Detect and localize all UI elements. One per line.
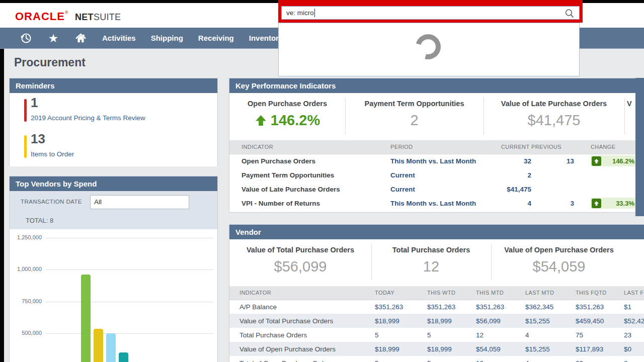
vendor-tile-value: $54,059 [491, 258, 627, 275]
reminders-body: 1 2019 Account Pricing & Terms Review 13… [10, 93, 217, 166]
change-percent: 33.3% [601, 200, 634, 207]
vendor-value: $54,059 [476, 342, 525, 356]
oracle-wordmark: ORACLE [15, 10, 65, 23]
reminder-severity-bar [24, 99, 27, 122]
vendor-value: 12 [476, 328, 525, 342]
letterbox-strip-left [0, 49, 4, 362]
col-change[interactable]: CHANGE [574, 140, 637, 154]
vendor-spend-bar[interactable] [94, 329, 103, 362]
y-axis-tick-label: 1,000,000 [12, 266, 42, 272]
table-row[interactable]: Value of Total Purchase Orders $18,999 $… [229, 314, 644, 328]
kpi-period: This Month vs. Last Month [390, 196, 501, 210]
nav-item-activities[interactable]: Activities [102, 34, 136, 42]
vendor-header[interactable]: Vendor [229, 225, 644, 239]
vendor-table: INDICATOR TODAY THIS WTD THIS MTD LAST M… [229, 286, 644, 362]
reminder-count: 1 [31, 95, 38, 111]
search-highlight-box: ve: micro [278, 0, 583, 23]
col-period[interactable]: PERIOD [390, 140, 501, 154]
vendor-tile-label: Total Purchase Orders [371, 246, 491, 254]
kpi-current: 32 [501, 154, 531, 168]
col-last-mtd[interactable]: LAST MTD [525, 286, 576, 300]
table-row[interactable]: Value of Open Purchase Orders $18,999 $1… [229, 342, 644, 356]
kpi-tile-label: Value of Late Purchase Orders [484, 100, 624, 108]
vendor-value: 5 [375, 356, 427, 362]
up-arrow-icon [592, 199, 601, 208]
kpi-header[interactable]: Key Performance Indicators [229, 78, 644, 93]
kpi-period: Current [390, 168, 501, 182]
col-indicator[interactable]: INDICATOR [229, 286, 375, 300]
vendor-tile-total-po[interactable]: Total Purchase Orders 12 [371, 239, 491, 286]
vendor-tile-value: 12 [371, 258, 491, 275]
kpi-tile-value: 2 [345, 112, 484, 129]
table-row[interactable]: A/P Balance $351,263 $351,263 $351,263 $… [229, 300, 644, 314]
kpi-current: $41,475 [501, 182, 531, 196]
col-this-wtd[interactable]: THIS WTD [427, 286, 476, 300]
vendor-spend-bar[interactable] [81, 275, 91, 362]
vendor-value: 29 [576, 356, 624, 362]
col-previous[interactable]: PREVIOUS [531, 140, 574, 154]
global-search-input[interactable]: ve: micro [281, 6, 580, 20]
reminders-portlet: Reminders 1 2019 Account Pricing & Terms… [9, 78, 218, 166]
table-row[interactable]: Total Purchase Orders 5 5 12 4 75 23 [229, 328, 644, 342]
netsuite-dashboard: ORACLE® NETSUITE ★ Activities Shipping R… [0, 0, 644, 362]
up-arrow-icon [255, 114, 267, 127]
chart-total-label: TOTAL: 8 [26, 217, 53, 224]
chart-gridline [46, 269, 213, 270]
kpi-tile-payment-term-opportunities[interactable]: Payment Term Opportunities 2 [345, 93, 484, 140]
reminder-severity-bar [24, 135, 27, 158]
vendor-spend-bar[interactable] [106, 333, 116, 362]
vendor-value: 75 [576, 328, 624, 342]
vendor-tile-value-open-po[interactable]: Value of Open Purchase Orders $54,059 [491, 239, 627, 286]
reminders-header[interactable]: Reminders [10, 78, 217, 93]
kpi-tile-value-late-purchase-orders[interactable]: Value of Late Purchase Orders $41,475 [484, 93, 624, 140]
vendor-value: $351,263 [476, 300, 525, 314]
vendor-tile-value-total-po[interactable]: Value of Total Purchase Orders $56,099 [229, 239, 371, 286]
vendor-table-header-row: INDICATOR TODAY THIS WTD THIS MTD LAST M… [229, 286, 644, 300]
up-arrow-icon [592, 156, 601, 166]
text-caret [314, 9, 315, 17]
vendor-indicator: Value of Total Purchase Orders [229, 314, 375, 328]
col-current[interactable]: CURRENT [501, 140, 531, 154]
vendor-indicator: Total of Open Purchase Orders [229, 356, 375, 362]
nav-item-shipping[interactable]: Shipping [151, 34, 183, 42]
shortcuts-star-icon[interactable]: ★ [47, 32, 60, 45]
table-row[interactable]: Open Purchase Orders This Month vs. Last… [229, 154, 637, 168]
top-vendors-header[interactable]: Top Vendors by Spend [10, 176, 217, 191]
kpi-table-header-row: INDICATOR PERIOD CURRENT PREVIOUS CHANGE [229, 140, 637, 154]
kpi-previous [531, 182, 574, 196]
kpi-period: Current [390, 182, 501, 196]
table-row[interactable]: VPI - Number of Returns This Month vs. L… [229, 196, 637, 210]
page-title: Procurement [14, 56, 86, 69]
recent-records-icon[interactable] [19, 32, 32, 45]
chart-gridline [46, 302, 213, 302]
reminder-link-pricing-review[interactable]: 2019 Account Pricing & Terms Review [31, 114, 145, 122]
vendor-value: 8 [624, 356, 644, 362]
chart-gridline [46, 238, 213, 238]
nav-item-receiving[interactable]: Receiving [198, 34, 234, 42]
vendor-tiles: Value of Total Purchase Orders $56,099 T… [229, 239, 644, 286]
table-row[interactable]: Value of Late Purchase Orders Current $4… [229, 182, 637, 196]
table-row[interactable]: Payment Term Opportunities Current 2 [229, 168, 637, 182]
kpi-tile-open-purchase-orders[interactable]: Open Purchase Orders 146.2% [229, 93, 345, 140]
transaction-date-select[interactable]: All [90, 195, 189, 209]
oracle-netsuite-logo[interactable]: ORACLE® NETSUITE [15, 10, 121, 23]
change-percent: 146.2% [601, 157, 634, 165]
vendor-spend-bar[interactable] [119, 352, 128, 362]
netsuite-wordmark-suite: SUITE [94, 12, 121, 22]
change-badge: 146.2% [591, 155, 637, 166]
col-today[interactable]: TODAY [375, 286, 427, 300]
reminder-count: 13 [31, 131, 45, 147]
col-indicator[interactable]: INDICATOR [229, 140, 390, 154]
col-last-fqtd[interactable]: LAST FQTD [624, 286, 644, 300]
table-row[interactable]: Total of Open Purchase Orders 5 5 10 4 2… [229, 356, 644, 362]
reminder-link-items-to-order[interactable]: Items to Order [31, 150, 74, 158]
home-icon[interactable] [74, 32, 87, 45]
kpi-current: 4 [501, 196, 531, 210]
vendor-value: $18,999 [427, 314, 476, 328]
vendor-value: $15,255 [525, 314, 576, 328]
search-icon[interactable] [564, 8, 575, 21]
kpi-portlet: Key Performance Indicators Open Purchase… [229, 78, 644, 213]
col-this-mtd[interactable]: THIS MTD [476, 286, 525, 300]
vendor-value: 5 [427, 356, 476, 362]
col-this-fqtd[interactable]: THIS FQTD [576, 286, 624, 300]
